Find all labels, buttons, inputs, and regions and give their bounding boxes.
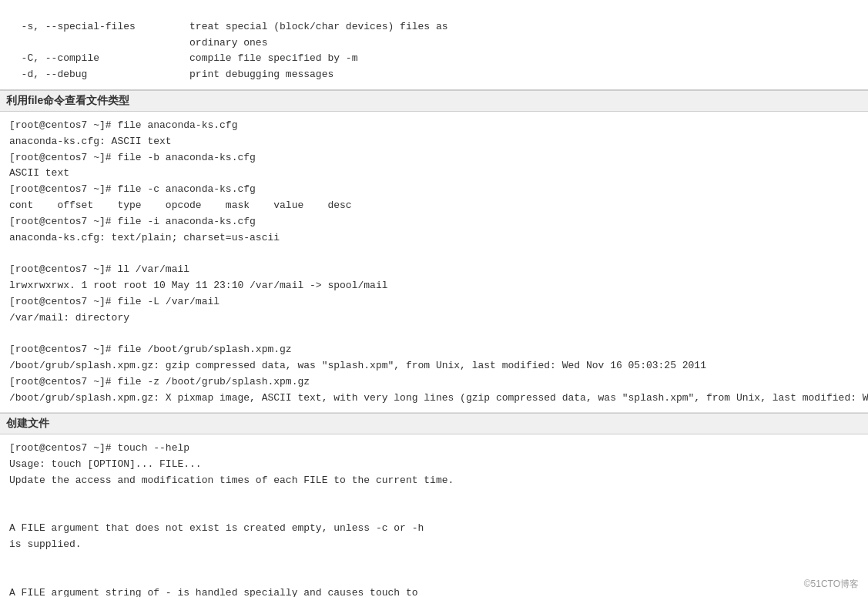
- section1-header: 利用file命令查看文件类型: [0, 90, 868, 112]
- page-container: -s, --special-files treat special (block…: [0, 0, 868, 597]
- section2-header: 创建文件: [0, 413, 868, 434]
- top-section: -s, --special-files treat special (block…: [0, 0, 868, 90]
- watermark: ©51CTO博客: [804, 578, 859, 591]
- section2-code: [root@centos7 ~]# touch --help Usage: to…: [0, 434, 868, 597]
- section1-code: [root@centos7 ~]# file anaconda-ks.cfg a…: [0, 112, 868, 413]
